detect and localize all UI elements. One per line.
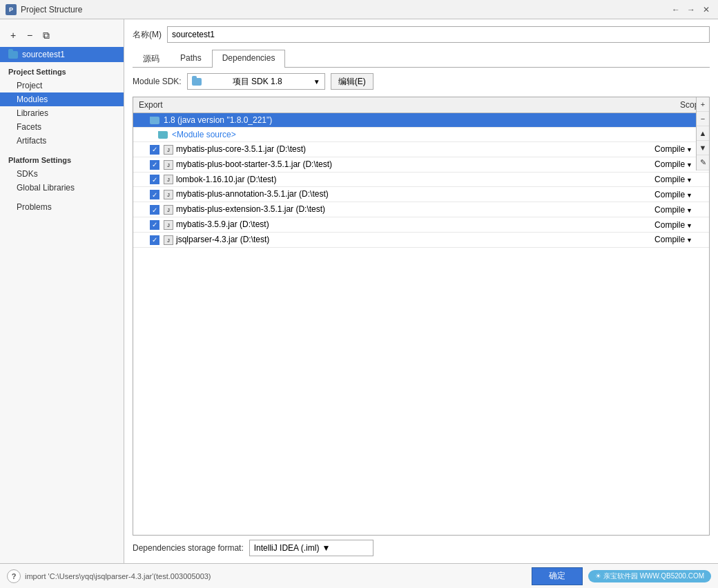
sidebar-item-sdks[interactable]: SDKs [0, 167, 124, 181]
export-column-header: Export [133, 97, 429, 113]
dep-scope: Compile [654, 144, 685, 154]
main-container: + − ⧉ sourcetest1 Project Settings Proje… [0, 19, 718, 563]
right-panel: 名称(M) 源码 Paths Dependencies Module SDK: … [124, 19, 718, 563]
scope-dropdown-arrow-icon[interactable]: ▼ [686, 222, 692, 229]
name-row: 名称(M) [133, 26, 710, 43]
dep-sdk-name: 1.8 (java version "1.8.0_221") [164, 115, 272, 125]
dep-jar-name: jsqlparser-4.3.jar (D:\test) [176, 235, 269, 244]
move-down-button[interactable]: ▼ [697, 141, 709, 155]
module-item-sourcetest1[interactable]: sourcetest1 [0, 47, 124, 62]
dep-jar-name: mybatis-plus-boot-starter-3.5.1.jar (D:\… [176, 159, 332, 169]
sidebar-item-libraries[interactable]: Libraries [0, 106, 124, 120]
name-label: 名称(M) [133, 29, 162, 41]
nav-back-button[interactable]: ← [670, 3, 682, 16]
tab-sources[interactable]: 源码 [133, 50, 170, 68]
scope-column-header: Scope [429, 97, 709, 113]
table-row[interactable]: ✓Jmybatis-plus-annotation-3.5.1.jar (D:\… [133, 187, 709, 202]
footer-left: ? import 'C:\Users\yqq\jsqlparser-4.3.ja… [7, 569, 211, 583]
scope-dropdown-arrow-icon[interactable]: ▼ [686, 237, 692, 244]
dep-scope: Compile [654, 159, 685, 169]
table-row[interactable]: ✓Jmybatis-plus-extension-3.5.1.jar (D:\t… [133, 202, 709, 217]
dep-scope: Compile [654, 220, 685, 230]
sdk-dropdown[interactable]: 项目 SDK 1.8 ▼ [187, 73, 325, 90]
dep-module-source-name: <Module source> [172, 130, 236, 139]
tab-dependencies[interactable]: Dependencies [212, 50, 286, 68]
module-toolbar: + − ⧉ [0, 26, 124, 47]
watermark: ☀ 亲宝软件园 WWW.QB5200.COM [588, 570, 711, 582]
table-row[interactable]: <Module source> [133, 128, 709, 142]
edit-dep-button[interactable]: ✎ [697, 155, 709, 170]
close-button[interactable]: ✕ [700, 3, 712, 16]
sdk-row: Module SDK: 项目 SDK 1.8 ▼ 编辑(E) [133, 73, 710, 90]
storage-dropdown[interactable]: IntelliJ IDEA (.iml) ▼ [249, 540, 373, 556]
sidebar-item-problems[interactable]: Problems [0, 200, 124, 214]
sdk-label: Module SDK: [133, 77, 182, 86]
project-settings-title: Project Settings [0, 62, 124, 79]
jar-icon: J [164, 175, 173, 184]
tabs: 源码 Paths Dependencies [133, 50, 710, 68]
sidebar-item-global-libraries[interactable]: Global Libraries [0, 181, 124, 195]
dep-checkbox[interactable]: ✓ [150, 145, 159, 155]
table-row[interactable]: 1.8 (java version "1.8.0_221") [133, 113, 709, 128]
scope-dropdown-arrow-icon[interactable]: ▼ [686, 146, 692, 153]
table-row[interactable]: ✓Jmybatis-3.5.9.jar (D:\test)Compile▼ [133, 217, 709, 233]
dependencies-table-scroll[interactable]: Export Scope 1.8 (java version "1.8.0_22… [133, 97, 709, 535]
scope-dropdown-arrow-icon[interactable]: ▼ [686, 192, 692, 199]
copy-module-button[interactable]: ⧉ [39, 28, 54, 43]
table-row[interactable]: ✓Jlombok-1.16.10.jar (D:\test)Compile▼ [133, 172, 709, 187]
dep-scope: Compile [654, 205, 685, 215]
dep-checkbox[interactable]: ✓ [150, 235, 159, 245]
ok-button[interactable]: 确定 [532, 567, 583, 585]
remove-dep-button[interactable]: − [697, 112, 709, 126]
storage-dropdown-arrow-icon: ▼ [322, 543, 330, 553]
module-item-label: sourcetest1 [22, 50, 65, 59]
sdk-folder-icon [192, 78, 202, 86]
platform-settings-title: Platform Settings [0, 150, 124, 167]
dep-checkbox[interactable]: ✓ [150, 220, 159, 230]
table-row[interactable]: ✓Jmybatis-plus-boot-starter-3.5.1.jar (D… [133, 157, 709, 172]
sidebar-item-modules[interactable]: Modules [0, 92, 124, 106]
window-controls: ← → ✕ [670, 3, 712, 16]
dep-checkbox[interactable]: ✓ [150, 175, 159, 184]
help-button[interactable]: ? [7, 569, 21, 583]
module-folder-icon [8, 51, 18, 59]
status-message: import 'C:\Users\yqq\jsqlparser-4.3.jar'… [25, 572, 211, 580]
move-up-button[interactable]: ▲ [697, 126, 709, 141]
dep-scope: Compile [654, 190, 685, 199]
add-dep-button[interactable]: + [697, 97, 709, 112]
sidebar-item-artifacts[interactable]: Artifacts [0, 134, 124, 148]
jar-icon: J [164, 220, 173, 230]
dep-checkbox[interactable]: ✓ [150, 160, 159, 170]
scope-dropdown-arrow-icon[interactable]: ▼ [686, 177, 692, 184]
dep-jar-name: mybatis-plus-annotation-3.5.1.jar (D:\te… [176, 189, 329, 199]
left-panel: + − ⧉ sourcetest1 Project Settings Proje… [0, 19, 124, 563]
scope-dropdown-arrow-icon[interactable]: ▼ [686, 161, 692, 168]
dep-jar-name: mybatis-plus-extension-3.5.1.jar (D:\tes… [176, 204, 325, 214]
sdk-value: 项目 SDK 1.8 [233, 76, 282, 88]
storage-label: Dependencies storage format: [133, 543, 244, 553]
table-row[interactable]: ✓Jjsqlparser-4.3.jar (D:\test)Compile▼ [133, 232, 709, 247]
tab-paths[interactable]: Paths [170, 50, 212, 68]
nav-forward-button[interactable]: → [685, 3, 697, 16]
window-title: Project Structure [21, 5, 82, 14]
module-name-input[interactable] [167, 26, 710, 43]
sidebar-item-facets[interactable]: Facets [0, 120, 124, 134]
add-module-button[interactable]: + [6, 28, 21, 43]
sidebar-item-project[interactable]: Project [0, 79, 124, 92]
table-row[interactable]: ✓Jmybatis-plus-core-3.5.1.jar (D:\test)C… [133, 142, 709, 157]
dep-jar-name: lombok-1.16.10.jar (D:\test) [176, 175, 276, 184]
dependencies-table: Export Scope 1.8 (java version "1.8.0_22… [133, 97, 709, 248]
dep-checkbox[interactable]: ✓ [150, 190, 159, 199]
dep-jar-name: mybatis-plus-core-3.5.1.jar (D:\test) [176, 144, 306, 154]
sdk-dropdown-arrow-icon: ▼ [313, 78, 320, 86]
title-bar-left: P Project Structure [6, 4, 82, 15]
storage-value: IntelliJ IDEA (.iml) [254, 543, 320, 553]
app-icon: P [6, 4, 17, 15]
jar-icon: J [164, 205, 173, 215]
scope-dropdown-arrow-icon[interactable]: ▼ [686, 207, 692, 214]
sdk-edit-button[interactable]: 编辑(E) [331, 73, 373, 90]
remove-module-button[interactable]: − [22, 28, 37, 43]
dep-checkbox[interactable]: ✓ [150, 205, 159, 215]
dep-scope: Compile [654, 175, 685, 184]
storage-format-row: Dependencies storage format: IntelliJ ID… [133, 536, 710, 556]
